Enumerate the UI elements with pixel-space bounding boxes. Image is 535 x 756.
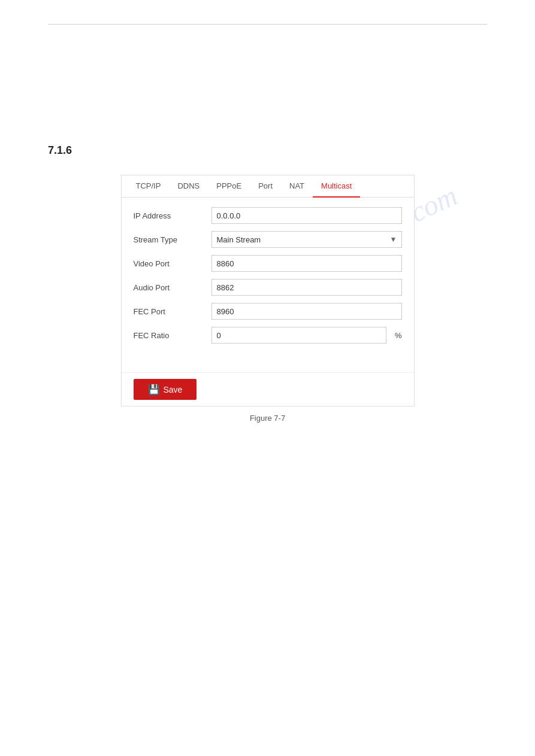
figure-caption: Figure 7-7 xyxy=(48,414,487,423)
fec-ratio-input[interactable] xyxy=(211,327,386,344)
fec-port-label: FEC Port xyxy=(134,307,205,316)
video-port-row: Video Port xyxy=(134,255,402,272)
page-container: manualmachine.com 7.1.6 TCP/IP DDNS PPPo… xyxy=(0,0,535,756)
stream-type-select[interactable]: Main Stream Sub Stream xyxy=(211,231,402,248)
save-button[interactable]: 💾 Save xyxy=(134,379,197,400)
stream-type-label: Stream Type xyxy=(134,235,205,244)
form-area: IP Address Stream Type Main Stream Sub S… xyxy=(122,198,414,363)
section-heading: 7.1.6 xyxy=(48,144,487,157)
tab-nat[interactable]: NAT xyxy=(281,175,313,198)
multicast-panel: TCP/IP DDNS PPPoE Port NAT Multicast IP … xyxy=(121,175,415,406)
save-icon: 💾 xyxy=(148,384,160,395)
tabs-bar: TCP/IP DDNS PPPoE Port NAT Multicast xyxy=(122,175,414,198)
tab-ddns[interactable]: DDNS xyxy=(169,175,208,198)
fec-ratio-row: FEC Ratio % xyxy=(134,327,402,344)
tab-multicast[interactable]: Multicast xyxy=(313,175,360,198)
tab-port[interactable]: Port xyxy=(250,175,281,198)
ip-address-label: IP Address xyxy=(134,211,205,220)
save-button-label: Save xyxy=(164,385,183,394)
top-divider xyxy=(48,24,487,25)
stream-type-select-wrapper: Main Stream Sub Stream ▼ xyxy=(211,231,402,248)
tab-tcpip[interactable]: TCP/IP xyxy=(128,175,170,198)
fec-port-input[interactable] xyxy=(211,303,402,320)
ip-address-input[interactable] xyxy=(211,207,402,224)
save-btn-row: 💾 Save xyxy=(122,372,414,406)
fec-ratio-label: FEC Ratio xyxy=(134,331,205,340)
tab-pppoe[interactable]: PPPoE xyxy=(208,175,250,198)
ip-address-row: IP Address xyxy=(134,207,402,224)
video-port-input[interactable] xyxy=(211,255,402,272)
fec-ratio-unit: % xyxy=(395,331,402,340)
stream-type-row: Stream Type Main Stream Sub Stream ▼ xyxy=(134,231,402,248)
video-port-label: Video Port xyxy=(134,259,205,268)
fec-port-row: FEC Port xyxy=(134,303,402,320)
audio-port-row: Audio Port xyxy=(134,279,402,296)
audio-port-input[interactable] xyxy=(211,279,402,296)
audio-port-label: Audio Port xyxy=(134,283,205,292)
